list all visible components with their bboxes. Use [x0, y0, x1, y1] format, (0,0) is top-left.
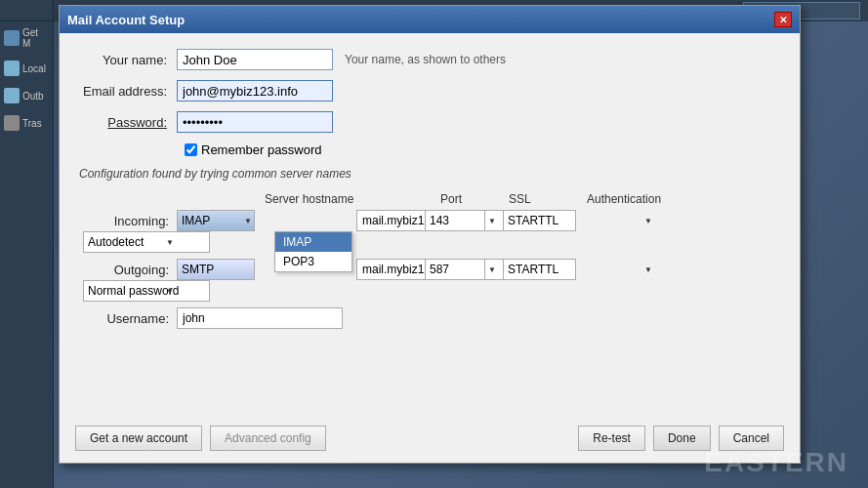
outgoing-label: Outgoing: — [79, 263, 177, 277]
remember-password-label: Remember password — [201, 142, 322, 157]
incoming-protocol-select[interactable]: IMAP POP3 — [177, 210, 255, 231]
taskbar-item-3[interactable]: Outb — [0, 82, 53, 109]
dialog-titlebar: Mail Account Setup ✕ — [60, 6, 800, 33]
email-input[interactable] — [177, 80, 333, 102]
incoming-ssl-select[interactable]: STARTTLS SSL/TLS None — [503, 210, 576, 231]
taskbar-sidebar: Get M Local Outb Tras — [0, 0, 54, 488]
dropdown-imap[interactable]: IMAP — [275, 232, 351, 252]
username-row: Username: — [79, 307, 780, 329]
taskbar-label-3: Outb — [22, 91, 44, 102]
incoming-ssl-wrapper: STARTTLS SSL/TLS None — [503, 210, 655, 231]
outgoing-ssl-select[interactable]: STARTTLS SSL/TLS None — [503, 259, 576, 280]
username-input[interactable] — [177, 307, 343, 329]
incoming-protocol-dropdown: IMAP POP3 — [274, 231, 352, 272]
taskbar-label-2: Local — [22, 63, 46, 74]
get-new-account-button[interactable]: Get a new account — [75, 426, 202, 451]
titlebar-buttons: ✕ — [774, 12, 792, 27]
password-row: Password: — [79, 111, 780, 133]
incoming-port-select[interactable]: 143 993 — [425, 210, 485, 231]
dialog-content: Your name: Your name, as shown to others… — [60, 33, 800, 418]
taskbar-label-1: Get M — [22, 27, 49, 49]
header-port: Port — [440, 192, 509, 206]
incoming-label: Incoming: — [79, 214, 177, 228]
username-label: Username: — [79, 311, 177, 326]
header-empty — [177, 192, 265, 206]
re-test-button[interactable]: Re-test — [578, 426, 645, 451]
remember-password-checkbox[interactable] — [185, 143, 197, 156]
remember-password-row: Remember password — [185, 142, 780, 157]
outgoing-auth-select[interactable]: Normal password Autodetect Encrypted pas… — [83, 280, 210, 302]
taskbar-item-2[interactable]: Local — [0, 55, 53, 82]
incoming-auth-wrapper: Autodetect Normal password Encrypted pas… — [83, 231, 177, 253]
outgoing-row: Outgoing: SMTP 587 465 25 STARTTLS SSL/T… — [79, 259, 780, 302]
email-row: Email address: — [79, 80, 780, 102]
done-button[interactable]: Done — [653, 426, 711, 451]
taskbar-item-4[interactable]: Tras — [0, 109, 53, 137]
taskbar-icon-1 — [4, 30, 20, 46]
your-name-note: Your name, as shown to others — [345, 53, 506, 66]
incoming-port-wrapper: 143 993 — [425, 210, 499, 231]
dialog-footer: Get a new account Advanced config Re-tes… — [60, 418, 800, 463]
taskbar-item-1[interactable]: Get M — [0, 21, 53, 55]
header-hostname: Server hostname — [265, 192, 440, 206]
incoming-auth-select[interactable]: Autodetect Normal password Encrypted pas… — [83, 231, 210, 253]
outgoing-protocol-select[interactable]: SMTP — [177, 259, 255, 280]
close-button[interactable]: ✕ — [774, 12, 792, 27]
advanced-config-button[interactable]: Advanced config — [210, 426, 326, 451]
incoming-protocol-wrapper: IMAP POP3 IMAP POP3 — [177, 210, 352, 231]
config-note: Configuration found by trying common ser… — [79, 167, 780, 181]
dropdown-pop3[interactable]: POP3 — [275, 252, 351, 271]
footer-left-buttons: Get a new account Advanced config — [75, 426, 326, 451]
incoming-row: Incoming: IMAP POP3 IMAP POP3 143 — [79, 210, 780, 253]
outgoing-ssl-wrapper: STARTTLS SSL/TLS None — [503, 259, 655, 280]
mail-account-setup-dialog: Mail Account Setup ✕ Your name: Your nam… — [59, 5, 801, 464]
email-label: Email address: — [79, 84, 177, 99]
taskbar-icon-2 — [4, 61, 20, 76]
taskbar-label-4: Tras — [22, 118, 42, 129]
header-auth: Authentication — [587, 192, 743, 206]
outgoing-port-select[interactable]: 587 465 25 — [425, 259, 485, 280]
server-headers: Server hostname Port SSL Authentication — [177, 192, 780, 206]
outgoing-port-wrapper: 587 465 25 — [425, 259, 499, 280]
header-ssl: SSL — [509, 192, 587, 206]
password-input[interactable] — [177, 111, 333, 133]
dialog-title: Mail Account Setup — [67, 13, 185, 27]
incoming-protocol-select-wrapper: IMAP POP3 — [177, 210, 255, 231]
password-label: Password: — [79, 115, 177, 130]
taskbar-icon-4 — [4, 115, 20, 131]
outgoing-auth-wrapper: Normal password Autodetect Encrypted pas… — [83, 280, 177, 302]
taskbar-icon-3 — [4, 88, 20, 103]
your-name-row: Your name: Your name, as shown to others — [79, 49, 780, 70]
your-name-input[interactable] — [177, 49, 333, 70]
footer-right-buttons: Re-test Done Cancel — [578, 426, 784, 451]
cancel-button[interactable]: Cancel — [719, 426, 784, 451]
your-name-label: Your name: — [79, 53, 177, 67]
